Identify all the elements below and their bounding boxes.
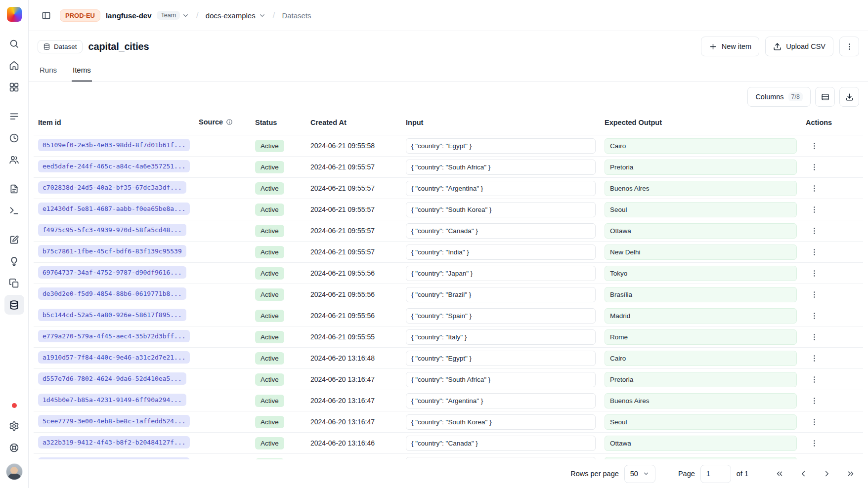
table-row[interactable]: 69764737-34af-4752-9787-d90df9616... Act…	[34, 263, 863, 284]
table-row[interactable]: e779a270-579a-4f45-aec4-35b72d3bff... Ac…	[34, 326, 863, 348]
langfuse-logo-icon[interactable]	[7, 7, 22, 22]
columns-button[interactable]: Columns 7/8	[747, 87, 811, 107]
row-actions-button[interactable]	[806, 180, 823, 197]
new-item-button[interactable]: New item	[701, 37, 759, 56]
more-vertical-icon	[810, 354, 819, 363]
user-avatar[interactable]	[6, 463, 23, 480]
table-row[interactable]: a1910d57-7f84-440c-9e46-a31c2d7e21... Ac…	[34, 348, 863, 369]
annotation-icon[interactable]	[4, 251, 24, 271]
more-actions-button[interactable]	[839, 37, 859, 56]
playground-icon[interactable]	[4, 201, 24, 220]
sidebar-bottom	[4, 400, 24, 480]
tab-runs[interactable]: Runs	[39, 62, 58, 81]
org-type-dropdown[interactable]: Team	[157, 11, 189, 20]
item-id-badge[interactable]: 1d45b0e7-b85a-4231-9149-6ff90a294...	[38, 394, 186, 406]
org-type-badge: Team	[157, 11, 180, 20]
item-id-badge[interactable]: de30d2e0-f5d9-4854-88b6-0619771b8...	[38, 287, 186, 300]
table-row[interactable]: 05109ef0-2e3b-4e03-98dd-8f7d01b61f... Ac…	[34, 135, 863, 157]
org-name[interactable]: langfuse-dev	[106, 11, 152, 20]
tab-items[interactable]: Items	[72, 62, 92, 81]
table-row[interactable]: eed5dafe-244f-465c-a84c-4a6e357251... Ac…	[34, 157, 863, 178]
source-cell	[194, 326, 251, 348]
next-page-button[interactable]	[819, 465, 835, 482]
row-actions-button[interactable]	[806, 456, 823, 459]
prompts-icon[interactable]	[4, 179, 24, 199]
table-row[interactable]: f4975c95-5fc3-4939-970d-58fa5cd48... Act…	[34, 220, 863, 242]
row-actions-button[interactable]	[806, 201, 823, 218]
table-row[interactable]: de30d2e0-f5d9-4854-88b6-0619771b8... Act…	[34, 284, 863, 305]
row-actions-button[interactable]	[806, 371, 823, 388]
table-row[interactable]: b75c7861-1fbe-45cf-bdf6-83f139c95539 Act…	[34, 242, 863, 263]
table-row[interactable]: 5cee7779-3e00-4eb8-be8c-1affedd524... Ac…	[34, 411, 863, 433]
info-icon[interactable]	[226, 119, 233, 127]
more-vertical-icon	[810, 184, 819, 193]
table-row[interactable]: c702838d-24d5-40a2-bf35-67dc3a3df... Act…	[34, 178, 863, 199]
table-row[interactable]: 1f0e7da1-dbff-4e60-929d-f6095602bb... Ac…	[34, 454, 863, 460]
item-id-badge[interactable]: 69764737-34af-4752-9787-d90df9616...	[38, 266, 186, 279]
row-actions-button[interactable]	[806, 244, 823, 260]
first-page-button[interactable]	[771, 465, 788, 482]
settings-icon[interactable]	[4, 416, 24, 436]
table-row[interactable]: 1d45b0e7-b85a-4231-9149-6ff90a294... Act…	[34, 390, 863, 411]
expected-output-preview: Seoul	[605, 202, 797, 217]
row-actions-button[interactable]	[806, 222, 823, 239]
sessions-icon[interactable]	[4, 128, 24, 148]
row-actions-button[interactable]	[806, 328, 823, 345]
item-id-badge[interactable]: b5c144cd-52a5-4a80-926e-58617f895...	[38, 309, 186, 321]
previous-page-button[interactable]	[795, 465, 812, 482]
table-row[interactable]: d557e7d6-7802-4624-9da6-52d410ea5... Act…	[34, 369, 863, 390]
item-id-badge[interactable]: d557e7d6-7802-4624-9da6-52d410ea5...	[38, 372, 186, 385]
table-header-row: Item id Source Status Created At Input E…	[34, 112, 863, 135]
datasets-icon[interactable]	[4, 295, 24, 315]
chevron-down-icon	[643, 470, 650, 477]
more-vertical-icon	[810, 227, 819, 235]
users-icon[interactable]	[4, 150, 24, 169]
topbar: PROD-EU langfuse-dev Team / docs-example…	[29, 0, 868, 31]
chevrons-left-icon	[775, 469, 784, 478]
row-actions-button[interactable]	[806, 392, 823, 409]
page-number-input[interactable]	[700, 465, 731, 483]
item-id-badge[interactable]: f4975c95-5fc3-4939-970d-58fa5cd48...	[38, 224, 186, 236]
last-page-button[interactable]	[842, 465, 859, 482]
dashboards-icon[interactable]	[4, 77, 24, 97]
project-dropdown[interactable]: docs-examples	[206, 11, 266, 20]
breadcrumb-section-datasets[interactable]: Datasets	[282, 11, 311, 20]
input-preview: { "country": "South Africa" }	[406, 160, 596, 175]
row-actions-button[interactable]	[806, 159, 823, 175]
row-actions-button[interactable]	[806, 307, 823, 324]
search-icon[interactable]	[4, 34, 24, 53]
row-actions-button[interactable]	[806, 265, 823, 282]
col-header-created-at: Created At	[306, 112, 401, 135]
home-icon[interactable]	[4, 55, 24, 75]
upload-csv-button[interactable]: Upload CSV	[765, 37, 833, 56]
tracing-icon[interactable]	[4, 106, 24, 126]
evaluation-icon[interactable]	[4, 230, 24, 249]
row-actions-button[interactable]	[806, 435, 823, 451]
created-at-cell: 2024-06-21 09:55:57	[306, 242, 401, 263]
row-actions-button[interactable]	[806, 286, 823, 303]
row-actions-button[interactable]	[806, 350, 823, 366]
item-id-badge[interactable]: e779a270-579a-4f45-aec4-35b72d3bff...	[38, 330, 190, 342]
export-button[interactable]	[839, 87, 859, 107]
item-id-badge[interactable]: a1910d57-7f84-440c-9e46-a31c2d7e21...	[38, 351, 190, 364]
col-header-source: Source	[194, 112, 251, 135]
table-row[interactable]: a322b319-9412-4f43-b8f2-b20484127f... Ac…	[34, 433, 863, 454]
item-id-badge[interactable]: e12430df-5e81-4687-aabb-f0ea65be8a...	[38, 203, 190, 215]
item-id-badge[interactable]: c702838d-24d5-40a2-bf35-67dc3a3df...	[38, 181, 186, 194]
item-id-badge[interactable]: 05109ef0-2e3b-4e03-98dd-8f7d01b61f...	[38, 139, 190, 151]
item-id-badge[interactable]: b75c7861-1fbe-45cf-bdf6-83f139c95539	[38, 245, 186, 257]
more-vertical-icon	[810, 269, 819, 278]
item-id-badge[interactable]: 5cee7779-3e00-4eb8-be8c-1affedd524...	[38, 415, 190, 427]
support-icon[interactable]	[4, 438, 24, 457]
reports-icon[interactable]	[4, 273, 24, 293]
row-actions-button[interactable]	[806, 137, 823, 154]
item-id-badge[interactable]: eed5dafe-244f-465c-a84c-4a6e357251...	[38, 160, 190, 172]
table-row[interactable]: e12430df-5e81-4687-aabb-f0ea65be8a... Ac…	[34, 199, 863, 220]
table-row[interactable]: b5c144cd-52a5-4a80-926e-58617f895... Act…	[34, 305, 863, 326]
input-preview: { "country": "South Korea" }	[406, 414, 596, 430]
rows-per-page-select[interactable]: 50	[624, 465, 655, 483]
sidebar-toggle-icon[interactable]	[38, 7, 54, 24]
row-actions-button[interactable]	[806, 413, 823, 430]
item-id-badge[interactable]: a322b319-9412-4f43-b8f2-b20484127f...	[38, 436, 190, 448]
row-height-button[interactable]	[815, 87, 835, 107]
